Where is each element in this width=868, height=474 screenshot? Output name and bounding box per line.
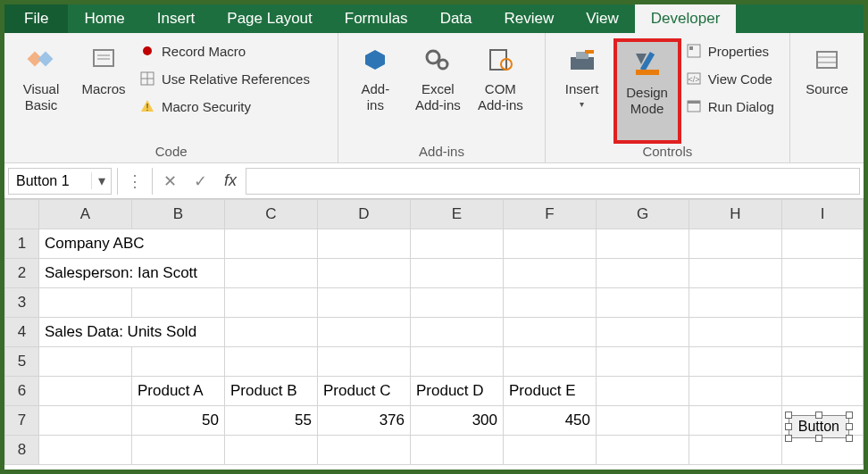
- name-box-dropdown[interactable]: ▾: [91, 172, 111, 189]
- cell[interactable]: [39, 288, 132, 318]
- cell[interactable]: [597, 406, 689, 436]
- row-header-4[interactable]: 4: [5, 318, 39, 347]
- cell[interactable]: [504, 318, 597, 347]
- cell[interactable]: [597, 377, 689, 406]
- cell[interactable]: [39, 406, 132, 436]
- addins-button[interactable]: Add- ins: [344, 38, 406, 144]
- row-header-5[interactable]: 5: [5, 347, 39, 377]
- cancel-button[interactable]: ✕: [154, 168, 185, 195]
- run-dialog-button[interactable]: Run Dialog: [685, 94, 774, 119]
- cell[interactable]: [411, 229, 504, 259]
- name-box-input[interactable]: [9, 173, 91, 189]
- properties-button[interactable]: Properties: [685, 38, 774, 63]
- cell[interactable]: [689, 229, 782, 259]
- tab-data[interactable]: Data: [424, 4, 488, 33]
- cell[interactable]: [225, 436, 318, 465]
- cell[interactable]: [689, 288, 782, 318]
- col-header-D[interactable]: D: [318, 200, 411, 229]
- cell-E7[interactable]: 300: [411, 406, 504, 436]
- visual-basic-button[interactable]: Visual Basic: [10, 38, 72, 144]
- cell[interactable]: [782, 259, 864, 288]
- tab-developer[interactable]: Developer: [635, 4, 737, 33]
- tab-home[interactable]: Home: [68, 4, 140, 33]
- cell[interactable]: [225, 259, 318, 288]
- cell[interactable]: [318, 436, 411, 465]
- cell[interactable]: [689, 406, 782, 436]
- record-macro-button[interactable]: Record Macro: [138, 38, 310, 63]
- cell[interactable]: [689, 347, 782, 377]
- col-header-B[interactable]: B: [132, 200, 225, 229]
- cell[interactable]: [225, 347, 318, 377]
- cell[interactable]: [597, 229, 689, 259]
- cell[interactable]: [39, 436, 132, 465]
- cell[interactable]: [689, 318, 782, 347]
- col-header-H[interactable]: H: [689, 200, 782, 229]
- cell[interactable]: [318, 259, 411, 288]
- cell-C7[interactable]: 55: [225, 406, 318, 436]
- cell-A2[interactable]: Salesperson: Ian Scott: [39, 259, 225, 288]
- cell[interactable]: [39, 377, 132, 406]
- cell[interactable]: [597, 318, 689, 347]
- cell[interactable]: [504, 288, 597, 318]
- row-header-6[interactable]: 6: [5, 377, 39, 406]
- col-header-C[interactable]: C: [225, 200, 318, 229]
- resize-handle[interactable]: [785, 423, 792, 430]
- cell-B7[interactable]: 50: [132, 406, 225, 436]
- resize-handle[interactable]: [815, 412, 822, 419]
- insert-controls-button[interactable]: Insert: [551, 38, 613, 144]
- select-all-corner[interactable]: [5, 200, 39, 229]
- resize-handle[interactable]: [846, 435, 853, 442]
- cell[interactable]: [411, 259, 504, 288]
- cell[interactable]: [318, 318, 411, 347]
- cell[interactable]: [597, 347, 689, 377]
- resize-handle[interactable]: [815, 435, 822, 442]
- cell-A1[interactable]: Company ABC: [39, 229, 225, 259]
- com-addins-button[interactable]: COM Add-ins: [469, 38, 531, 144]
- row-header-7[interactable]: 7: [5, 406, 39, 436]
- row-header-2[interactable]: 2: [5, 259, 39, 288]
- cell[interactable]: [689, 259, 782, 288]
- cell[interactable]: [225, 288, 318, 318]
- cell-B6[interactable]: Product A: [132, 377, 225, 406]
- fx-button[interactable]: fx: [215, 168, 246, 195]
- col-header-I[interactable]: I: [782, 200, 864, 229]
- cell[interactable]: [782, 288, 864, 318]
- cell[interactable]: [132, 288, 225, 318]
- cell[interactable]: [504, 347, 597, 377]
- cell[interactable]: [411, 318, 504, 347]
- name-box[interactable]: ▾: [8, 168, 112, 195]
- row-header-8[interactable]: 8: [5, 436, 39, 465]
- cell[interactable]: [597, 259, 689, 288]
- tab-formulas[interactable]: Formulas: [329, 4, 424, 33]
- relative-refs-button[interactable]: Use Relative References: [138, 66, 310, 91]
- tab-page-layout[interactable]: Page Layout: [211, 4, 328, 33]
- cell-C6[interactable]: Product B: [225, 377, 318, 406]
- row-header-3[interactable]: 3: [5, 288, 39, 318]
- cell[interactable]: [132, 347, 225, 377]
- cell[interactable]: [318, 229, 411, 259]
- macros-button[interactable]: Macros: [72, 38, 135, 144]
- expand-button[interactable]: ⋮: [120, 168, 150, 195]
- cell-D6[interactable]: Product C: [318, 377, 411, 406]
- tab-view[interactable]: View: [570, 4, 635, 33]
- macro-security-button[interactable]: !Macro Security: [138, 94, 310, 119]
- cell[interactable]: [782, 229, 864, 259]
- cell[interactable]: [132, 436, 225, 465]
- formula-input[interactable]: [246, 168, 860, 195]
- enter-button[interactable]: ✓: [185, 168, 215, 195]
- cell-A4[interactable]: Sales Data: Units Sold: [39, 318, 225, 347]
- col-header-G[interactable]: G: [597, 200, 689, 229]
- cell-F7[interactable]: 450: [504, 406, 597, 436]
- tab-review[interactable]: Review: [488, 4, 571, 33]
- cell[interactable]: [411, 347, 504, 377]
- col-header-E[interactable]: E: [411, 200, 504, 229]
- cell[interactable]: [504, 259, 597, 288]
- row-header-1[interactable]: 1: [5, 229, 39, 259]
- cell[interactable]: [689, 377, 782, 406]
- cell-E6[interactable]: Product D: [411, 377, 504, 406]
- cell[interactable]: [318, 347, 411, 377]
- cell[interactable]: [782, 347, 864, 377]
- cell[interactable]: [689, 436, 782, 465]
- col-header-A[interactable]: A: [39, 200, 132, 229]
- resize-handle[interactable]: [846, 412, 853, 419]
